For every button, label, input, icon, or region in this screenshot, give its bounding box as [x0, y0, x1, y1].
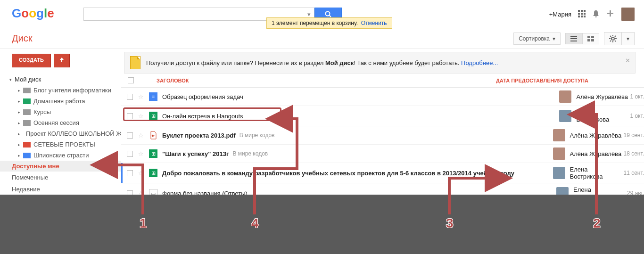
- banner-doc-icon: [130, 56, 140, 69]
- file-row[interactable]: ☆Буклет проекта 2013.pdfВ мире кодовАлён…: [121, 126, 644, 145]
- user-link[interactable]: +Мария: [549, 11, 571, 18]
- owner-avatar: [559, 110, 571, 122]
- svg-line-26: [610, 36, 611, 37]
- svg-point-21: [611, 37, 614, 40]
- svg-rect-7: [581, 13, 583, 15]
- svg-rect-4: [581, 10, 583, 12]
- google-logo[interactable]: Google: [12, 6, 55, 23]
- header-right: +Мария: [549, 8, 635, 21]
- nav-folder[interactable]: ▸Проект КОЛЛЕСО ШКОЛЬНОЙ ЖИЗНИ: [0, 128, 121, 139]
- svg-line-28: [610, 41, 611, 41]
- svg-point-1: [326, 12, 330, 16]
- upload-button[interactable]: [54, 54, 70, 67]
- file-title: "Шаги к успеху" 2013г: [162, 150, 229, 157]
- nav-recent[interactable]: Недавние: [0, 183, 121, 195]
- settings-button[interactable]: [604, 32, 621, 45]
- list-view-button[interactable]: [565, 33, 582, 44]
- nav-folder[interactable]: ▸СЕТЕВЫЕ ПРОЕКТЫ: [0, 139, 121, 150]
- chevron-down-icon: ▾: [553, 35, 555, 42]
- file-title: Он-лайн встреча в Hangouts: [162, 113, 243, 120]
- share-date: 18 сент.: [624, 150, 644, 157]
- owner-avatar: [553, 167, 565, 179]
- file-title: Добро пожаловать в команду разработчиков…: [162, 170, 514, 177]
- star-icon[interactable]: ☆: [138, 170, 144, 177]
- grid-view-button[interactable]: [582, 33, 599, 44]
- star-icon[interactable]: ☆: [138, 132, 144, 139]
- svg-rect-6: [578, 13, 580, 15]
- share-date: 1 окт.: [630, 113, 644, 119]
- star-icon[interactable]: ☆: [138, 113, 144, 120]
- sort-button[interactable]: Сортировка ▾: [513, 33, 561, 45]
- svg-rect-20: [591, 39, 594, 41]
- star-icon[interactable]: ☆: [138, 150, 144, 157]
- file-meta: В мире кодов: [239, 132, 275, 139]
- nav-folder[interactable]: ▸Блог учителя информатики: [0, 85, 121, 96]
- nav-shared-with-me[interactable]: Доступные мне: [0, 161, 121, 172]
- svg-rect-15: [570, 38, 577, 39]
- svg-rect-14: [570, 36, 577, 37]
- row-checkbox[interactable]: [127, 170, 133, 176]
- nav-folder[interactable]: ▸Домашняя работа: [0, 96, 121, 107]
- user-avatar[interactable]: [621, 8, 635, 21]
- brand-label[interactable]: Диск: [12, 33, 32, 44]
- select-all-checkbox[interactable]: [128, 77, 134, 83]
- nav-folder[interactable]: ▸Шпионские страсти: [0, 150, 121, 161]
- col-date[interactable]: ДАТА ПРЕДОСТАВЛЕНИЯ ДОСТУПА: [496, 78, 588, 83]
- owner-name: Алёна Журавлёва: [570, 132, 622, 139]
- toast-undo-link[interactable]: Отменить: [361, 20, 387, 26]
- sort-label: Сортировка: [519, 35, 550, 42]
- owner-avatar: [553, 147, 565, 160]
- svg-rect-3: [578, 10, 580, 12]
- svg-rect-10: [581, 16, 583, 17]
- annotation-num-4: 4: [251, 216, 259, 231]
- gear-icon: [609, 35, 617, 42]
- share-date: 11 сент.: [624, 170, 644, 176]
- nav-folder[interactable]: ▸Осенняя сессия: [0, 117, 121, 128]
- star-icon[interactable]: ☆: [138, 93, 144, 100]
- banner-more-link[interactable]: Подробнее...: [461, 59, 498, 66]
- nav-starred[interactable]: Помеченные: [0, 172, 121, 183]
- row-checkbox[interactable]: [127, 132, 133, 139]
- annotation-num-2: 2: [593, 216, 601, 231]
- row-checkbox[interactable]: [127, 94, 133, 100]
- svg-rect-11: [584, 16, 586, 17]
- nav-shared-label: Доступные мне: [12, 163, 59, 170]
- annotation-overlay: [0, 195, 644, 254]
- nav-folder[interactable]: ▸Курсы: [0, 107, 121, 117]
- file-meta: В мире кодов: [232, 150, 268, 157]
- share-plus-icon[interactable]: [606, 9, 615, 19]
- file-row[interactable]: ☆⊞"Шаги к успеху" 2013гВ мире кодовАлёна…: [121, 145, 644, 163]
- svg-line-27: [615, 41, 616, 41]
- svg-rect-13: [607, 13, 613, 14]
- file-row[interactable]: ☆⊞Он-лайн встреча в HangoutsЕлена Востри…: [121, 106, 644, 126]
- svg-rect-8: [584, 13, 586, 15]
- bell-icon[interactable]: [592, 9, 600, 19]
- row-checkbox[interactable]: [127, 151, 133, 157]
- create-button[interactable]: СОЗДАТЬ: [12, 54, 51, 67]
- toast-notification: 1 элемент перемещен в корзину. Отменить: [266, 17, 392, 29]
- close-icon[interactable]: ✕: [625, 57, 630, 64]
- nav-folder-label: Осенняя сессия: [33, 119, 79, 126]
- owner-name: Елена Вострикова: [576, 109, 628, 123]
- col-title[interactable]: ЗАГОЛОВОК: [157, 78, 496, 83]
- svg-line-29: [615, 36, 616, 37]
- nav-folder-label: Курсы: [33, 108, 51, 115]
- file-title: Образец оформления задач: [162, 93, 243, 100]
- file-row[interactable]: ☆⊞Добро пожаловать в команду разработчик…: [121, 163, 644, 183]
- row-checkbox[interactable]: [127, 113, 133, 119]
- svg-rect-5: [584, 10, 586, 12]
- nav-folder-label: Шпионские страсти: [33, 152, 89, 159]
- file-row[interactable]: ☆≡Образец оформления задачАлёна Журавлёв…: [121, 88, 644, 106]
- owner-name: Алёна Журавлёва: [570, 150, 622, 157]
- owner-avatar: [559, 90, 571, 103]
- list-header: ЗАГОЛОВОК ДАТА ПРЕДОСТАВЛЕНИЯ ДОСТУПА: [121, 74, 644, 88]
- apps-icon[interactable]: [578, 10, 586, 19]
- nav-folder-label: Блог учителя информатики: [33, 87, 111, 94]
- share-date: 19 сент.: [624, 132, 644, 139]
- nav-my-drive[interactable]: ▾Мой диск: [0, 74, 121, 85]
- annotation-num-1: 1: [140, 216, 147, 231]
- settings-dropdown[interactable]: ▾: [621, 32, 635, 45]
- svg-text:Google: Google: [12, 6, 54, 20]
- nav-my-drive-label: Мой диск: [15, 76, 41, 83]
- file-title: Буклет проекта 2013.pdf: [162, 132, 236, 139]
